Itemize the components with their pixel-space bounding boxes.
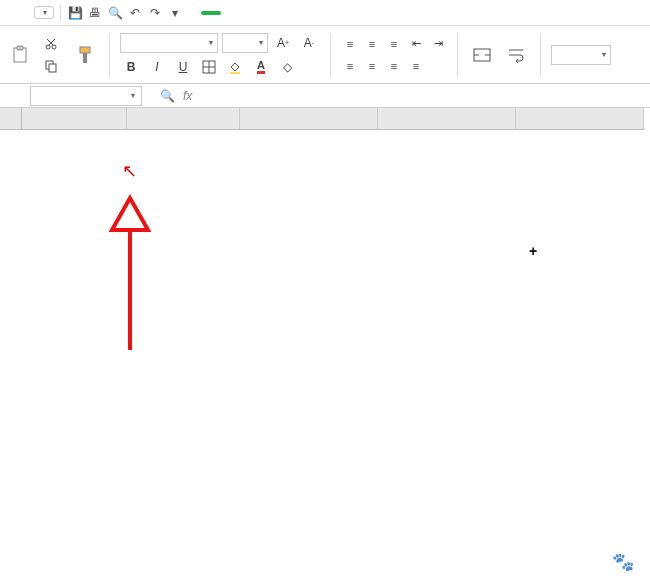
magnify-icon[interactable]: 🔍 xyxy=(160,89,175,103)
wrap-text-button[interactable] xyxy=(502,30,530,80)
fill-handle-cursor-icon: + xyxy=(529,243,537,259)
copy-icon xyxy=(44,59,58,73)
align-center-button[interactable]: ≡ xyxy=(363,57,381,75)
tab-view[interactable] xyxy=(325,11,329,15)
annotation-cursor-icon: ↖ xyxy=(122,160,137,182)
col-header-C[interactable] xyxy=(240,108,378,130)
separator xyxy=(540,33,541,77)
fx-icon[interactable]: fx xyxy=(183,89,192,103)
col-header-A[interactable] xyxy=(22,108,127,130)
italic-button[interactable]: I xyxy=(146,57,168,77)
undo-icon[interactable]: ↶ xyxy=(127,5,143,21)
font-color-button[interactable]: A xyxy=(250,57,272,77)
brush-icon xyxy=(75,45,95,65)
column-headers xyxy=(22,108,644,130)
redo-icon[interactable]: ↷ xyxy=(147,5,163,21)
underline-button[interactable]: U xyxy=(172,57,194,77)
indent-left-button[interactable]: ⇤ xyxy=(407,35,425,53)
tab-review[interactable] xyxy=(307,11,311,15)
print-icon[interactable]: 🖶 xyxy=(87,5,103,21)
number-format-combo[interactable]: ▾ xyxy=(551,45,611,65)
preview-icon[interactable]: 🔍 xyxy=(107,5,123,21)
decrease-font-button[interactable]: A- xyxy=(298,33,320,53)
svg-point-20 xyxy=(589,531,607,547)
tab-data[interactable] xyxy=(289,11,293,15)
wrap-icon xyxy=(506,45,526,65)
bold-button[interactable]: B xyxy=(120,57,142,77)
file-menu[interactable]: ▾ xyxy=(34,6,54,19)
separator xyxy=(60,5,61,21)
svg-rect-8 xyxy=(80,47,90,53)
col-header-E[interactable] xyxy=(516,108,644,130)
chevron-down-icon: ▾ xyxy=(131,91,135,100)
chevron-down-icon: ▾ xyxy=(43,8,47,17)
bucket-icon xyxy=(228,60,242,74)
svg-point-19 xyxy=(605,523,613,533)
svg-point-17 xyxy=(586,520,594,530)
name-box[interactable]: ▾ xyxy=(30,86,142,106)
hamburger-icon xyxy=(10,5,26,21)
tab-formulas[interactable] xyxy=(271,11,275,15)
fill-color-button[interactable] xyxy=(224,57,246,77)
separator xyxy=(330,33,331,77)
chevron-down-icon: ▾ xyxy=(259,38,263,47)
col-header-B[interactable] xyxy=(127,108,240,130)
indent-right-button[interactable]: ⇥ xyxy=(429,35,447,53)
border-icon xyxy=(202,60,216,74)
paste-button[interactable] xyxy=(6,30,34,80)
ribbon: ▾ ▾ A+ A- B I U A ◇ ≡ xyxy=(0,26,650,84)
formula-bar: ▾ 🔍 fx xyxy=(0,84,650,108)
tab-page-layout[interactable] xyxy=(253,11,257,15)
align-bottom-button[interactable]: ≡ xyxy=(385,35,403,53)
justify-button[interactable]: ≡ xyxy=(407,57,425,75)
svg-rect-1 xyxy=(17,46,23,50)
spreadsheet xyxy=(0,108,650,130)
increase-font-button[interactable]: A+ xyxy=(272,33,294,53)
chevron-down-icon: ▾ xyxy=(602,50,606,59)
tab-home[interactable] xyxy=(201,11,221,15)
app-menu-button[interactable] xyxy=(6,3,30,23)
font-name-combo[interactable]: ▾ xyxy=(120,33,218,53)
annotation-arrow xyxy=(100,190,160,360)
align-right-button[interactable]: ≡ xyxy=(385,57,403,75)
menubar: ▾ 💾 🖶 🔍 ↶ ↷ ▾ xyxy=(0,0,650,26)
watermark: 🐾 xyxy=(610,553,638,575)
font-size-combo[interactable]: ▾ xyxy=(222,33,268,53)
tab-insert[interactable] xyxy=(235,11,239,15)
save-icon[interactable]: 💾 xyxy=(67,5,83,21)
merge-icon xyxy=(472,45,492,65)
align-top-button[interactable]: ≡ xyxy=(341,35,359,53)
format-painter-button[interactable] xyxy=(71,30,99,80)
col-header-D[interactable] xyxy=(378,108,516,130)
align-middle-button[interactable]: ≡ xyxy=(363,35,381,53)
formula-bar-icons: 🔍 fx xyxy=(152,89,200,103)
paw-icon xyxy=(580,515,616,551)
scissors-icon xyxy=(44,37,58,51)
border-button[interactable] xyxy=(198,57,220,77)
separator xyxy=(457,33,458,77)
svg-rect-9 xyxy=(83,53,87,63)
align-left-button[interactable]: ≡ xyxy=(341,57,359,75)
svg-point-18 xyxy=(596,517,604,527)
select-all-corner[interactable] xyxy=(0,108,22,130)
svg-rect-13 xyxy=(230,72,240,74)
ribbon-tabs xyxy=(201,11,329,15)
separator xyxy=(109,33,110,77)
chevron-down-icon: ▾ xyxy=(209,38,213,47)
cut-button[interactable] xyxy=(40,35,65,53)
paste-icon xyxy=(10,45,30,65)
clear-format-button[interactable]: ◇ xyxy=(276,57,298,77)
svg-rect-7 xyxy=(49,64,56,72)
merge-center-button[interactable] xyxy=(468,30,496,80)
copy-button[interactable] xyxy=(40,57,65,75)
clear-icon[interactable]: ▾ xyxy=(167,5,183,21)
